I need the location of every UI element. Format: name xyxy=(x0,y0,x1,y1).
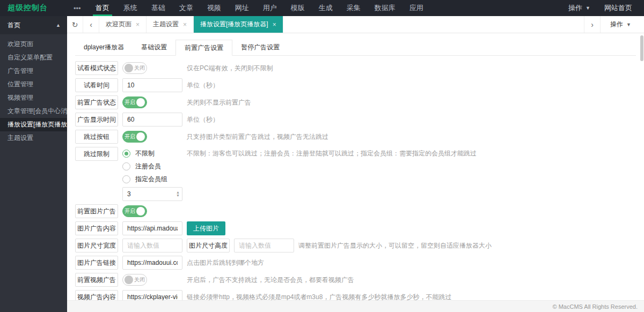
tab-welcome[interactable]: 欢迎页面 × xyxy=(99,16,147,33)
field-hint: 不限制：游客也可以跳过；注册会员：注册登陆就可以跳过；指定会员组：需要指定的会员… xyxy=(187,147,477,160)
close-icon[interactable]: × xyxy=(273,21,276,28)
sidebar-item-welcome[interactable]: 欢迎页面 xyxy=(0,38,67,51)
topnav-item-system[interactable]: 系统 xyxy=(116,0,144,16)
preroll-image-toggle[interactable]: 开启 xyxy=(122,205,147,217)
tab-pause-ad-settings[interactable]: 暂停广告设置 xyxy=(232,40,288,56)
field-hint: 只支持图片类型前置广告跳过，视频广告无法跳过 xyxy=(187,132,328,142)
radio-label: 指定会员组 xyxy=(135,175,167,184)
close-icon[interactable]: × xyxy=(183,21,187,28)
topnav-item-database[interactable]: 数据库 xyxy=(368,0,402,16)
field-label: 图片广告链接 xyxy=(75,256,118,270)
toggle-label: 开启 xyxy=(125,99,135,106)
member-group-input[interactable] xyxy=(122,187,182,201)
sidebar-item-ad-manage[interactable]: 广告管理 xyxy=(0,64,67,78)
sidebar-item-video-manage[interactable]: 视频管理 xyxy=(0,91,67,105)
tab-dplayer[interactable]: dplayer播放器 xyxy=(75,40,133,56)
caret-down-icon: ▼ xyxy=(586,5,590,11)
field-label: 跳过按钮 xyxy=(75,130,118,144)
tab-basic-settings[interactable]: 基础设置 xyxy=(133,40,175,56)
sidebar-header-home[interactable]: 首页 ▲ xyxy=(0,16,67,34)
collapse-menu-icon[interactable]: ••• xyxy=(74,4,81,12)
sidebar-item-position[interactable]: 位置管理 xyxy=(0,78,67,91)
sidebar-items: 欢迎页面 自定义菜单配置 广告管理 位置管理 视频管理 文章管理[会员中心消息]… xyxy=(0,34,67,145)
sidebar: 首页 ▲ 欢迎页面 自定义菜单配置 广告管理 位置管理 视频管理 文章管理[会员… xyxy=(0,16,67,312)
sidebar-item-play-settings[interactable]: 播放设置[播放页播放器] xyxy=(0,118,67,131)
image-link-input[interactable] xyxy=(122,256,182,270)
field-hint: 单位（秒） xyxy=(187,115,219,124)
topnav-item-home[interactable]: 首页 xyxy=(89,0,116,16)
caret-up-icon: ▲ xyxy=(56,23,61,28)
topbar-right: 操作 ▼ 网站首页 xyxy=(568,0,644,16)
form-row-skip-button: 跳过按钮 开启 只支持图片类型前置广告跳过，视频广告无法跳过 xyxy=(75,130,636,144)
field-hint: 链接必须带http，视频格式必须是mp4或者m3u8，广告视频有多少秒就播放多少… xyxy=(187,293,451,301)
tabbar-action-dropdown[interactable]: 操作 ▼ xyxy=(600,16,644,33)
preroll-status-toggle[interactable]: 开启 xyxy=(122,96,147,108)
field-label: 跳过限制 xyxy=(75,147,118,161)
form-row-image-link: 图片广告链接 点击图片后跳转到哪个地方 xyxy=(75,256,636,270)
settings-form: 试看模式状态 关闭 仅在PC端有效，关闭则不限制 试看时间 xyxy=(75,61,636,300)
chevron-right-icon[interactable]: › xyxy=(584,16,600,33)
field-label: 试看时间 xyxy=(75,78,118,92)
radio-icon xyxy=(122,150,130,158)
field-hint: 开启后，广告不支持跳过，无论是否会员，都要看视频广告 xyxy=(187,276,354,285)
topnav-item-video[interactable]: 视频 xyxy=(200,0,228,16)
topnav-item-collect[interactable]: 采集 xyxy=(340,0,368,16)
field-label: 试看模式状态 xyxy=(75,61,118,75)
sidebar-item-custom-menu[interactable]: 自定义菜单配置 xyxy=(0,51,67,64)
topnav-item-user[interactable]: 用户 xyxy=(256,0,284,16)
form-row-image-content: 图片广告内容 上传图片 xyxy=(75,221,636,235)
trial-mode-toggle[interactable]: 关闭 xyxy=(122,62,147,74)
trial-time-input[interactable] xyxy=(122,78,182,92)
topnav-item-app[interactable]: 应用 xyxy=(402,0,430,16)
close-icon[interactable]: × xyxy=(136,21,140,28)
skip-button-toggle[interactable]: 开启 xyxy=(122,131,147,143)
topnav-item-basic[interactable]: 基础 xyxy=(144,0,172,16)
toggle-knob xyxy=(136,207,145,216)
field-label: 前置图片广告 xyxy=(75,204,118,218)
site-home-link[interactable]: 网站首页 xyxy=(604,3,632,13)
refresh-icon[interactable]: ↻ xyxy=(67,16,83,33)
sidebar-item-article-manage[interactable]: 文章管理[会员中心消息] xyxy=(0,105,67,118)
topnav-item-generate[interactable]: 生成 xyxy=(312,0,340,16)
image-ad-url-input[interactable] xyxy=(122,221,182,235)
top-nav: 首页 系统 基础 文章 视频 网址 用户 模版 生成 采集 数据库 应用 xyxy=(89,0,430,16)
chevron-left-icon[interactable]: ‹ xyxy=(83,16,99,33)
preroll-video-toggle[interactable]: 关闭 xyxy=(122,274,147,286)
form-row-image-size: 图片尺寸宽度 图片尺寸高度 调整前置图片广告显示的大小，可以留空，留空则自适应播… xyxy=(75,239,636,252)
field-hint: 关闭则不显示前置广告 xyxy=(187,98,251,107)
tab-preroll-ad-settings[interactable]: 前置广告设置 xyxy=(175,40,232,56)
field-hint: 点击图片后跳转到哪个地方 xyxy=(187,258,264,268)
radio-specified-group[interactable]: 指定会员组 xyxy=(122,173,182,185)
toggle-knob xyxy=(125,64,133,72)
topbar-action-dropdown[interactable]: 操作 ▼ xyxy=(568,3,590,13)
main-area: ↻ ‹ 欢迎页面 × 主题设置 × 播放设置[播放页播放器] × › 操作 ▼ xyxy=(67,16,644,312)
toggle-label: 关闭 xyxy=(134,64,145,72)
ad-time-input[interactable] xyxy=(122,113,182,127)
topnav-item-website[interactable]: 网址 xyxy=(228,0,256,16)
field-label: 前置视频广告 xyxy=(75,273,118,287)
skip-restriction-radio-group: 不限制 注册会员 指定会员组 xyxy=(122,147,182,185)
topnav-item-article[interactable]: 文章 xyxy=(172,0,200,16)
topnav-item-template[interactable]: 模版 xyxy=(284,0,312,16)
tab-theme-settings[interactable]: 主题设置 × xyxy=(147,16,194,33)
toggle-knob xyxy=(136,132,145,141)
tab-label: 播放设置[播放页播放器] xyxy=(200,20,268,29)
field-label: 广告显示时间 xyxy=(75,113,118,127)
image-height-input[interactable] xyxy=(234,239,294,252)
window-tab-bar: ↻ ‹ 欢迎页面 × 主题设置 × 播放设置[播放页播放器] × › 操作 ▼ xyxy=(67,16,644,33)
form-row-video-content: 视频广告内容 链接必须带http，视频格式必须是mp4或者m3u8，广告视频有多… xyxy=(75,290,636,300)
toggle-knob xyxy=(136,98,145,107)
spinner-down-icon[interactable]: ▼ xyxy=(176,194,180,197)
upload-image-button[interactable]: 上传图片 xyxy=(187,221,225,235)
field-label: 图片尺寸高度 xyxy=(187,239,230,252)
scrollbar-thumb[interactable] xyxy=(640,35,643,61)
radio-registered-member[interactable]: 注册会员 xyxy=(122,160,182,173)
tab-label: 欢迎页面 xyxy=(106,20,131,29)
video-ad-url-input[interactable] xyxy=(122,290,182,300)
tab-play-settings[interactable]: 播放设置[播放页播放器] × xyxy=(194,16,283,33)
sidebar-item-theme-settings[interactable]: 主题设置 xyxy=(0,131,67,145)
image-width-input[interactable] xyxy=(122,239,182,252)
toggle-label: 开启 xyxy=(125,207,135,215)
radio-icon xyxy=(122,175,130,183)
radio-no-limit[interactable]: 不限制 xyxy=(122,147,182,160)
